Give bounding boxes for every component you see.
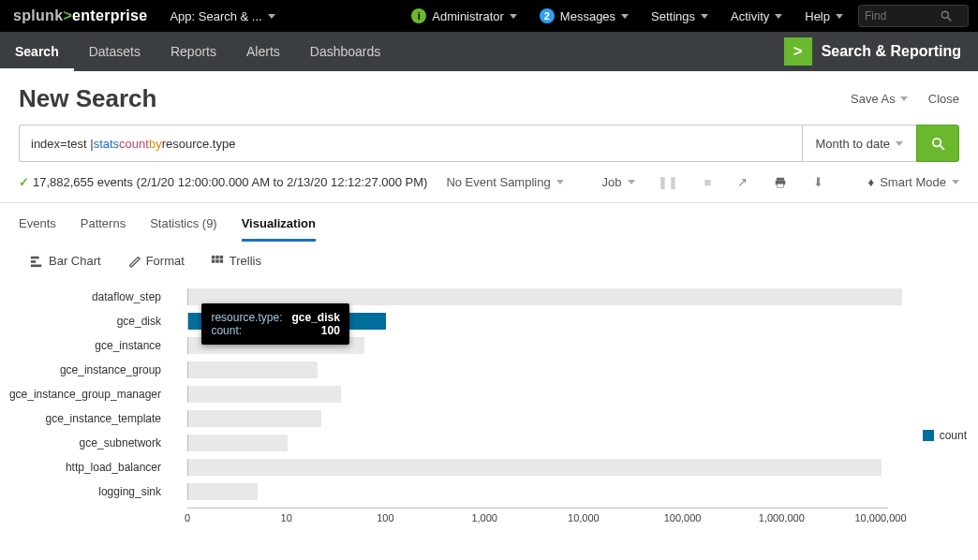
bar[interactable] (188, 410, 321, 427)
category-label: gce_instance_group_manager (0, 388, 169, 401)
result-tab-visualization[interactable]: Visualization (242, 216, 316, 242)
category-label: gce_instance_template (0, 412, 169, 425)
save-as-button[interactable]: Save As (851, 92, 908, 106)
chart-row: http_load_balancer (187, 455, 888, 479)
x-tick: 100,000 (664, 512, 702, 523)
global-find-input[interactable] (865, 9, 940, 22)
chevron-down-icon (510, 14, 517, 19)
category-label: gce_disk (0, 315, 169, 328)
app-logo-icon: > (784, 37, 812, 66)
bar[interactable] (188, 459, 882, 476)
brand-post: enterprise (72, 7, 147, 23)
messages-badge: 2 (540, 8, 555, 23)
bar[interactable] (188, 435, 288, 451)
svg-rect-13 (212, 259, 215, 263)
search-input[interactable]: index=test | stats count by resource.typ… (19, 125, 802, 162)
nav-item-reports[interactable]: Reports (156, 32, 231, 71)
result-tab-events[interactable]: Events (19, 216, 56, 242)
brush-icon (127, 255, 141, 268)
trellis-button[interactable]: Trellis (211, 254, 261, 268)
category-label: logging_sink (0, 485, 169, 498)
info-icon: i (411, 8, 426, 23)
svg-rect-15 (219, 259, 223, 263)
time-range-picker[interactable]: Month to date (802, 125, 917, 162)
bar[interactable] (188, 483, 258, 500)
chevron-down-icon (900, 96, 908, 101)
help-label: Help (805, 9, 830, 23)
x-tick: 1,000,000 (759, 512, 805, 523)
search-status-row: ✓17,882,655 events (2/1/20 12:00:00.000 … (0, 162, 978, 203)
help-menu[interactable]: Help (793, 0, 854, 32)
brand-pre: splunk (13, 7, 63, 23)
bar-track[interactable] (187, 410, 888, 427)
chart-row: gce_instance_group (187, 358, 888, 382)
bolt-icon: ♦ (868, 175, 875, 189)
nav-item-search[interactable]: Search (0, 32, 74, 71)
settings-menu[interactable]: Settings (640, 0, 719, 32)
chart-row: gce_instance_template (187, 406, 888, 431)
bar-track[interactable] (187, 435, 888, 451)
category-label: gce_instance (0, 339, 169, 352)
svg-point-2 (932, 138, 941, 146)
app-switcher[interactable]: App: Search & ... (160, 9, 284, 23)
category-label: dataflow_step (0, 290, 169, 303)
bar[interactable] (188, 361, 318, 378)
category-label: gce_subnetwork (0, 436, 169, 449)
brand-sep: > (63, 7, 72, 23)
global-find[interactable] (858, 5, 969, 27)
chevron-down-icon (896, 141, 903, 146)
category-label: http_load_balancer (0, 461, 169, 474)
chevron-down-icon (628, 180, 635, 184)
share-icon[interactable]: ↗ (734, 175, 751, 189)
run-search-button[interactable] (916, 125, 959, 162)
result-tab-patterns[interactable]: Patterns (81, 216, 126, 242)
visualization-toolbar: Bar Chart Format Trellis (0, 243, 978, 279)
svg-rect-10 (212, 255, 215, 258)
admin-menu[interactable]: i Administrator (400, 0, 528, 32)
bar-track[interactable] (187, 361, 888, 378)
bar-track[interactable] (187, 386, 888, 403)
messages-menu[interactable]: 2 Messages (528, 0, 640, 32)
x-tick: 10 (281, 512, 292, 523)
svg-point-0 (941, 11, 948, 18)
activity-menu[interactable]: Activity (719, 0, 793, 32)
activity-label: Activity (731, 9, 769, 23)
x-tick: 10,000,000 (854, 512, 906, 523)
print-icon[interactable] (770, 175, 791, 190)
bar-track[interactable] (187, 459, 888, 476)
app-navbar: SearchDatasetsReportsAlertsDashboards > … (0, 32, 978, 71)
bar[interactable] (188, 386, 341, 403)
bar-chart-icon (30, 255, 43, 268)
sampling-menu[interactable]: No Event Sampling (446, 175, 563, 189)
result-tab-statistics-[interactable]: Statistics (9) (150, 216, 217, 242)
svg-line-1 (948, 18, 952, 22)
chevron-down-icon (836, 14, 843, 19)
svg-rect-12 (219, 255, 223, 258)
svg-rect-7 (31, 256, 39, 258)
pause-icon: ❚❚ (654, 175, 682, 189)
chevron-down-icon (268, 14, 275, 19)
bar-track[interactable] (187, 483, 888, 500)
search-icon (940, 9, 953, 22)
svg-line-3 (940, 145, 943, 149)
chevron-down-icon (775, 14, 782, 19)
chevron-down-icon (556, 180, 564, 184)
search-mode-menu[interactable]: ♦ Smart Mode (868, 175, 959, 189)
page-title: New Search (19, 84, 156, 113)
format-button[interactable]: Format (127, 254, 185, 268)
close-button[interactable]: Close (928, 92, 959, 106)
nav-item-alerts[interactable]: Alerts (231, 32, 295, 71)
download-icon[interactable]: ⬇ (809, 175, 827, 189)
chart-tooltip: resource.type:gce_disk count:100 (201, 303, 348, 345)
settings-label: Settings (651, 9, 695, 23)
chart-legend: count (923, 429, 967, 442)
messages-label: Messages (560, 9, 615, 23)
chevron-down-icon (621, 14, 629, 19)
nav-item-dashboards[interactable]: Dashboards (295, 32, 396, 71)
job-menu[interactable]: Job (602, 175, 635, 189)
nav-item-datasets[interactable]: Datasets (74, 32, 156, 71)
svg-rect-8 (31, 260, 36, 263)
result-tabs: EventsPatternsStatistics (9)Visualizatio… (0, 203, 978, 243)
chart-type-picker[interactable]: Bar Chart (30, 254, 101, 268)
page-header: New Search Save As Close (0, 71, 978, 119)
